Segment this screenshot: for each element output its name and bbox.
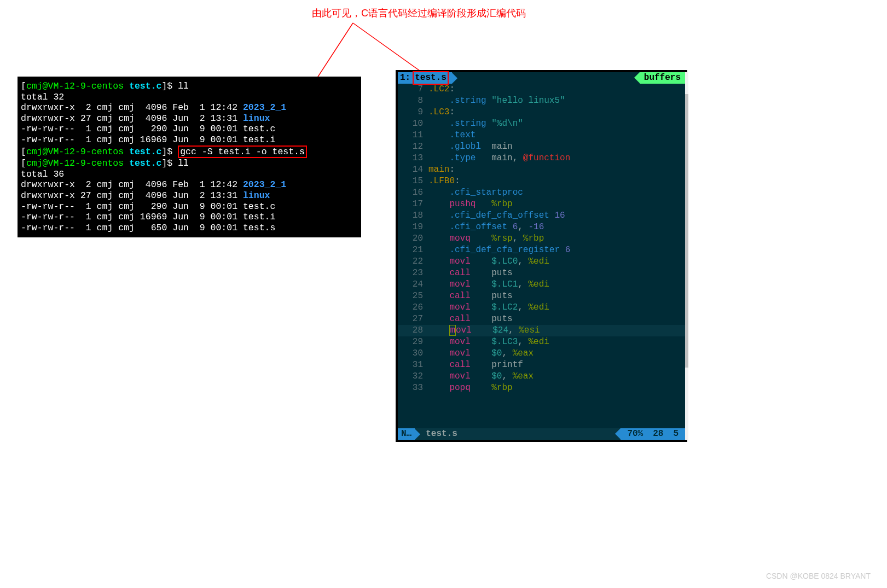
terminal-line: -rw-rw-r-- 1 cmj cmj 290 Jun 9 00:01 tes…: [21, 201, 358, 212]
code-content: .type main, @function: [428, 153, 570, 164]
code-content: call puts: [428, 290, 513, 302]
tab-index: 1:: [400, 72, 410, 84]
line-number: 30: [398, 348, 428, 359]
terminal-line: drwxrwxr-x 27 cmj cmj 4096 Jun 2 13:31 l…: [21, 113, 358, 124]
code-content: .text: [428, 130, 476, 141]
code-line: 17 pushq %rbp: [398, 199, 685, 210]
editor-active-tab[interactable]: 1: test.s: [398, 72, 452, 84]
line-number: 20: [398, 233, 428, 244]
line-number: 22: [398, 256, 428, 267]
code-content: movl $24, %esi: [428, 325, 540, 336]
line-number: 19: [398, 222, 428, 233]
code-line: 7.LC2:: [398, 84, 685, 95]
code-line: 12 .globl main: [398, 141, 685, 153]
status-arrow-icon: [615, 428, 621, 439]
code-line: 16 .cfi_startproc: [398, 187, 685, 199]
terminal-line: -rw-rw-r-- 1 cmj cmj 290 Jun 9 00:01 tes…: [21, 124, 358, 135]
code-line: 8 .string "hello linux5": [398, 95, 685, 107]
line-number: 16: [398, 187, 428, 199]
code-line: 31 call printf: [398, 359, 685, 371]
line-number: 18: [398, 210, 428, 222]
line-number: 29: [398, 336, 428, 348]
line-number: 15: [398, 176, 428, 187]
code-content: movl $0, %eax: [428, 348, 534, 359]
code-line: 24 movl $.LC1, %edi: [398, 279, 685, 290]
status-col: 5: [673, 428, 679, 440]
code-line: 27 call puts: [398, 313, 685, 325]
code-content: movl $0, %eax: [428, 371, 534, 382]
editor-scrollbar[interactable]: [685, 72, 688, 440]
code-line: 26 movl $.LC2, %edi: [398, 302, 685, 313]
mode-indicator: N…: [398, 428, 415, 440]
scrollbar-thumb[interactable]: [685, 94, 688, 368]
code-line: 28 movl $24, %esi: [398, 325, 685, 336]
code-line: 23 call puts: [398, 267, 685, 279]
terminal-line: -rw-rw-r-- 1 cmj cmj 16969 Jun 9 00:01 t…: [21, 135, 358, 145]
terminal-line: [cmj@VM-12-9-centos test.c]$ gcc -S test…: [21, 145, 358, 159]
line-number: 7: [398, 84, 428, 95]
code-content: call puts: [428, 313, 513, 325]
mode-arrow-icon: [415, 429, 420, 440]
status-percent: 70%: [627, 428, 643, 440]
editor-window[interactable]: 1: test.s buffers 7.LC2:8 .string "hello…: [396, 70, 687, 442]
code-line: 33 popq %rbp: [398, 382, 685, 394]
code-line: 25 call puts: [398, 290, 685, 302]
code-content: call puts: [428, 267, 513, 279]
buffers-label: buffers: [640, 72, 685, 84]
code-content: .cfi_def_cfa_offset 16: [428, 210, 565, 222]
line-number: 27: [398, 313, 428, 325]
code-content: movl $.LC0, %edi: [428, 256, 549, 267]
annotation-text: 由此可见，C语言代码经过编译阶段形成汇编代码: [312, 7, 526, 20]
code-line: 13 .type main, @function: [398, 153, 685, 164]
terminal-line: total 36: [21, 169, 358, 180]
code-area[interactable]: 7.LC2:8 .string "hello linux5"9.LC3:10 .…: [398, 84, 685, 394]
code-content: .cfi_offset 6, -16: [428, 222, 544, 233]
line-number: 25: [398, 290, 428, 302]
code-content: .cfi_def_cfa_register 6: [428, 244, 570, 256]
code-content: .LFB0:: [428, 176, 460, 187]
code-content: movl $.LC1, %edi: [428, 279, 549, 290]
terminal-line: -rw-rw-r-- 1 cmj cmj 650 Jun 9 00:01 tes…: [21, 223, 358, 234]
buffers-arrow-icon: [634, 72, 640, 83]
terminal-line: [cmj@VM-12-9-centos test.c]$ ll: [21, 81, 358, 92]
terminal-window[interactable]: [cmj@VM-12-9-centos test.c]$ lltotal 32d…: [18, 77, 361, 237]
line-number: 12: [398, 141, 428, 153]
code-content: .LC2:: [428, 84, 455, 95]
terminal-line: drwxrwxr-x 2 cmj cmj 4096 Feb 1 12:42 20…: [21, 179, 358, 190]
svg-line-0: [353, 23, 428, 77]
editor-tab-bar: 1: test.s buffers: [398, 72, 685, 84]
tab-arrow-icon: [452, 73, 457, 84]
line-number: 10: [398, 118, 428, 130]
code-content: movl $.LC3, %edi: [428, 336, 549, 348]
code-line: 32 movl $0, %eax: [398, 371, 685, 382]
line-number: 28: [398, 325, 428, 336]
terminal-line: drwxrwxr-x 2 cmj cmj 4096 Feb 1 12:42 20…: [21, 102, 358, 113]
code-line: 14main:: [398, 164, 685, 176]
buffers-indicator[interactable]: buffers: [634, 72, 685, 84]
line-number: 14: [398, 164, 428, 176]
line-number: 26: [398, 302, 428, 313]
code-line: 21 .cfi_def_cfa_register 6: [398, 244, 685, 256]
code-line: 29 movl $.LC3, %edi: [398, 336, 685, 348]
code-content: .globl main: [428, 141, 513, 153]
line-number: 33: [398, 382, 428, 394]
terminal-line: -rw-rw-r-- 1 cmj cmj 16969 Jun 9 00:01 t…: [21, 212, 358, 223]
code-line: 30 movl $0, %eax: [398, 348, 685, 359]
code-content: .string "%d\n": [428, 118, 523, 130]
terminal-line: [cmj@VM-12-9-centos test.c]$ ll: [21, 158, 358, 169]
line-number: 24: [398, 279, 428, 290]
code-content: main:: [428, 164, 455, 176]
line-number: 23: [398, 267, 428, 279]
code-line: 9.LC3:: [398, 107, 685, 118]
tab-filename: test.s: [413, 71, 449, 85]
code-content: .string "hello linux5": [428, 95, 565, 107]
code-content: popq %rbp: [428, 382, 513, 394]
code-line: 10 .string "%d\n": [398, 118, 685, 130]
code-content: pushq %rbp: [428, 199, 513, 210]
status-line: 28: [653, 428, 663, 440]
code-content: .LC3:: [428, 107, 455, 118]
line-number: 21: [398, 244, 428, 256]
line-number: 17: [398, 199, 428, 210]
code-line: 19 .cfi_offset 6, -16: [398, 222, 685, 233]
code-line: 22 movl $.LC0, %edi: [398, 256, 685, 267]
